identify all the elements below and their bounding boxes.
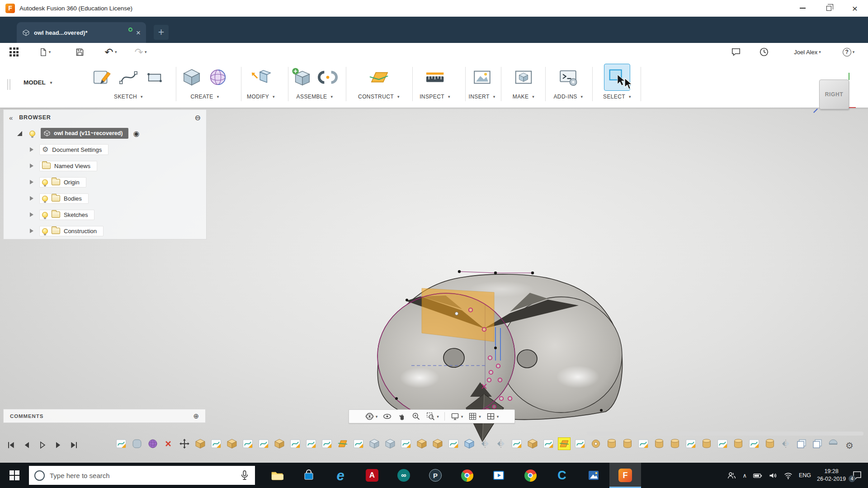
timeline-item-copy[interactable] <box>796 438 807 450</box>
new-component-tool[interactable] <box>289 64 314 90</box>
taskbar-search-box[interactable]: Type here to search <box>29 466 255 485</box>
timeline-settings-gear-icon[interactable]: ⚙ <box>845 440 854 451</box>
look-at-tool[interactable] <box>381 412 394 421</box>
taskbar-app-edge[interactable]: e <box>325 463 356 488</box>
app-grid-icon[interactable] <box>7 45 21 59</box>
modify-menu-button[interactable]: MODIFY▾ <box>247 94 275 100</box>
taskbar-app-fusion-360[interactable]: F <box>609 463 641 488</box>
battery-icon[interactable] <box>753 471 762 480</box>
play-button[interactable] <box>36 439 48 451</box>
timeline-item-cylinder[interactable] <box>622 438 633 450</box>
taskbar-app-photos[interactable] <box>578 463 609 488</box>
taskbar-app-arduino[interactable]: ∞ <box>388 463 420 488</box>
rectangle-tool[interactable] <box>142 64 167 90</box>
new-tab-button[interactable]: + <box>154 25 169 40</box>
timeline-item-sketch[interactable] <box>210 438 222 450</box>
browser-root-item[interactable]: owl head (v11~recovered) <box>41 128 128 139</box>
taskbar-clock[interactable]: 19:28 26-02-2019 <box>817 468 846 483</box>
restore-button[interactable] <box>816 0 842 16</box>
expand-arrow-icon[interactable] <box>17 131 22 136</box>
browser-item-construction[interactable]: Construction <box>4 223 206 239</box>
skip-to-start-button[interactable] <box>5 439 17 451</box>
version-history-button[interactable] <box>757 45 771 59</box>
timeline-item-cylinder[interactable] <box>701 438 712 450</box>
toolbar-grip[interactable] <box>7 79 10 90</box>
owl-head-model[interactable] <box>366 264 646 454</box>
save-button[interactable] <box>72 45 87 59</box>
user-account-dropdown[interactable]: Joel Alex▾ <box>785 45 830 59</box>
timeline-item-boxblue[interactable] <box>463 438 475 450</box>
timeline-item-sketch[interactable] <box>748 438 760 450</box>
make-menu-button[interactable]: MAKE▾ <box>511 94 536 100</box>
comments-button[interactable] <box>729 45 743 59</box>
add-ins-menu-button[interactable]: ADD-INS▾ <box>553 94 583 100</box>
timeline-item-sketch[interactable] <box>321 438 333 450</box>
timeline-item-box[interactable] <box>384 438 396 450</box>
taskbar-app-chrome[interactable] <box>451 463 483 488</box>
viewcube[interactable]: RIGHT <box>819 80 849 109</box>
timeline-item-mirror[interactable] <box>495 438 507 450</box>
construction-plane-tool[interactable] <box>366 64 392 90</box>
people-icon[interactable] <box>727 471 736 480</box>
browser-item-origin[interactable]: Origin <box>4 174 206 190</box>
timeline-item-extrude[interactable] <box>194 438 206 450</box>
close-button[interactable]: × <box>842 0 868 16</box>
create-menu-button[interactable]: CREATE▾ <box>179 94 231 100</box>
taskbar-app-microsoft-store[interactable] <box>293 463 325 488</box>
inspect-menu-button[interactable]: INSPECT▾ <box>420 94 450 100</box>
timeline-item-cylinder[interactable] <box>653 438 665 450</box>
step-back-button[interactable] <box>20 439 33 451</box>
taskbar-app-chrome-2[interactable] <box>514 463 546 488</box>
timeline-item-cylinder[interactable] <box>764 438 776 450</box>
activate-component-radio[interactable]: ◉ <box>133 129 140 138</box>
tray-expand-chevron[interactable]: ∧ <box>742 472 747 479</box>
timeline-item-sketch[interactable] <box>258 438 269 450</box>
press-pull-tool[interactable] <box>248 64 274 90</box>
timeline-item-cylinder[interactable] <box>606 438 618 450</box>
timeline-item-sketch[interactable] <box>353 438 364 450</box>
measure-tool[interactable] <box>422 64 448 90</box>
timeline-item-extrude[interactable] <box>226 438 238 450</box>
timeline-item-mirror[interactable] <box>780 438 792 450</box>
action-center-icon[interactable]: 4 <box>852 470 863 481</box>
panel-display-toggle-icon[interactable]: ⊖ <box>195 113 201 122</box>
step-forward-button[interactable] <box>52 439 64 451</box>
taskbar-app-cura[interactable]: C <box>546 463 578 488</box>
joint-tool[interactable] <box>315 64 340 90</box>
timeline-item-sketch[interactable] <box>115 438 127 450</box>
wifi-icon[interactable] <box>783 471 793 480</box>
timeline-item-plane[interactable] <box>558 438 570 450</box>
timeline-item-sphere[interactable] <box>147 438 159 450</box>
select-menu-button[interactable]: SELECT▾ <box>603 94 631 100</box>
display-settings-button[interactable]: ▾ <box>448 412 465 421</box>
timeline-item-sketch[interactable] <box>400 438 412 450</box>
expand-arrow-icon[interactable] <box>30 147 33 152</box>
timeline-item-revolve[interactable] <box>590 438 602 450</box>
timeline-item-sketch[interactable] <box>717 438 728 450</box>
workspace-selector[interactable]: MODEL▾ <box>24 79 52 86</box>
timeline-item-extrude[interactable] <box>416 438 428 450</box>
timeline-scrollbar-thumb[interactable] <box>587 432 863 436</box>
minimize-button[interactable] <box>789 0 816 16</box>
skip-to-end-button[interactable] <box>68 439 80 451</box>
undo-button[interactable]: ↶▾ <box>100 45 121 59</box>
timeline-item-half[interactable] <box>827 438 839 450</box>
timeline-item-plane[interactable] <box>337 438 349 450</box>
timeline-item-extrude[interactable] <box>527 438 538 450</box>
timeline-item-cylinder[interactable] <box>732 438 744 450</box>
collapse-panel-icon[interactable]: « <box>9 114 12 122</box>
timeline-item-error[interactable] <box>163 438 175 450</box>
file-menu-button[interactable]: ▾ <box>35 45 54 59</box>
timeline-item-box[interactable] <box>368 438 380 450</box>
taskbar-app-movies-tv[interactable] <box>483 463 514 488</box>
insert-canvas-tool[interactable] <box>469 64 495 90</box>
create-sketch-tool[interactable] <box>90 64 115 90</box>
timeline-item-sketch[interactable] <box>305 438 317 450</box>
timeline-item-form[interactable] <box>131 438 143 450</box>
timeline-item-copy[interactable] <box>811 438 823 450</box>
construct-menu-button[interactable]: CONSTRUCT▾ <box>358 94 400 100</box>
comments-panel[interactable]: COMMENTS ⊕ <box>3 409 206 423</box>
expand-arrow-icon[interactable] <box>30 229 33 233</box>
volume-icon[interactable] <box>768 471 778 480</box>
viewports-button[interactable]: ▾ <box>484 412 501 421</box>
